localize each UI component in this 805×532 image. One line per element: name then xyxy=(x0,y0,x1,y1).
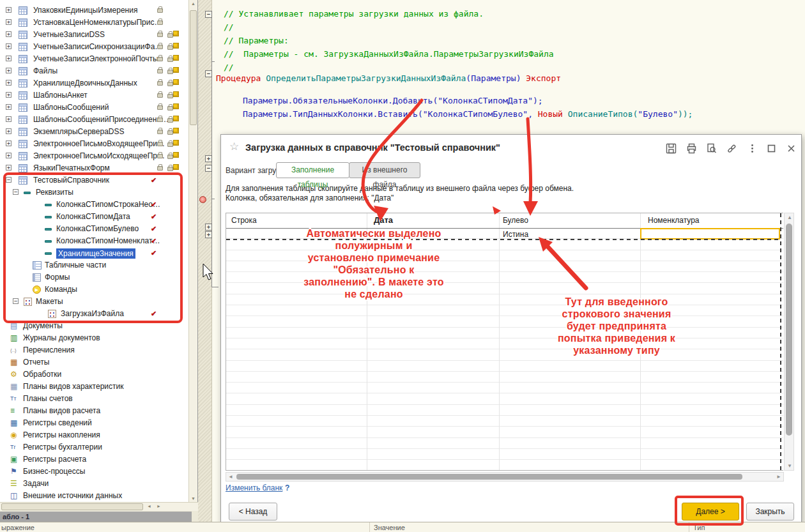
tree-item[interactable]: ▦Регистры сведений xyxy=(0,417,198,429)
table-row[interactable] xyxy=(226,449,783,460)
column-header[interactable]: Номенклатура xyxy=(648,216,700,225)
table-row[interactable] xyxy=(226,294,783,305)
tree-expander-icon[interactable]: + xyxy=(6,116,12,122)
tree-item[interactable]: +УстановкаЦенНоменклатурыПрис… xyxy=(0,17,198,29)
tree-vertical-scrollbar[interactable]: ▲ ▼ xyxy=(188,0,197,502)
tree-item[interactable]: +ЭкземплярыСервераDSS xyxy=(0,126,198,138)
tree-expander-icon[interactable]: + xyxy=(6,153,12,158)
tree-item[interactable]: ТтПланы счетов xyxy=(0,393,198,405)
preview-icon[interactable] xyxy=(706,143,717,155)
scrollbar-thumb[interactable] xyxy=(190,10,197,125)
scroll-right-icon[interactable]: ► xyxy=(157,504,161,508)
table-row[interactable] xyxy=(226,239,783,250)
tree-item[interactable]: ▥Журналы документов xyxy=(0,332,198,344)
tree-item[interactable]: ☰Задачи xyxy=(0,478,198,490)
table-row[interactable] xyxy=(226,394,783,405)
table-row[interactable] xyxy=(226,383,783,393)
table-vertical-scrollbar[interactable]: ▲ ▼ xyxy=(784,213,794,471)
tree-item[interactable]: ◉Регистры накопления xyxy=(0,429,198,441)
close-button[interactable]: Закрыть xyxy=(746,503,794,521)
table-row[interactable] xyxy=(226,272,783,283)
table-row[interactable] xyxy=(226,284,783,294)
table-row[interactable] xyxy=(226,261,783,272)
print-icon[interactable] xyxy=(686,143,698,155)
tree-item[interactable]: +УчетныеЗаписиDSS xyxy=(0,29,198,41)
tree-expander-icon[interactable]: + xyxy=(6,7,12,13)
tree-item[interactable]: ▦Отчеты xyxy=(0,356,198,369)
cell-value[interactable]: Истина xyxy=(503,230,528,239)
table-row[interactable] xyxy=(226,372,783,383)
favorite-star-icon[interactable]: ☆ xyxy=(229,140,239,153)
table-row[interactable] xyxy=(226,427,783,437)
selected-cell[interactable] xyxy=(640,228,780,239)
tree-expander-icon[interactable]: + xyxy=(6,43,12,49)
link-icon[interactable] xyxy=(726,143,738,155)
column-header[interactable]: Строка xyxy=(231,216,257,225)
help-icon[interactable]: ? xyxy=(285,483,289,492)
more-icon[interactable] xyxy=(747,143,758,155)
scroll-up-icon[interactable]: ▲ xyxy=(787,215,792,220)
scroll-up-icon[interactable]: ▲ xyxy=(189,1,197,6)
tree-item[interactable]: +ХранилищеДвоичныхДанных xyxy=(0,77,198,89)
tree-expander-icon[interactable]: + xyxy=(6,141,12,146)
table-row[interactable] xyxy=(226,328,783,338)
table-row[interactable] xyxy=(226,405,783,416)
tree-item[interactable]: +Файлы xyxy=(0,65,198,77)
tree-item[interactable]: ТгРегистры бухгалтерии xyxy=(0,441,198,453)
table-row[interactable] xyxy=(226,416,783,427)
tab-fill-table[interactable]: Заполнение таблицы xyxy=(276,162,349,178)
tree-item[interactable]: ≡Планы видов расчета xyxy=(0,405,198,417)
column-header[interactable]: Булево xyxy=(503,216,528,225)
tree-expander-icon[interactable]: + xyxy=(6,56,12,61)
tree-item[interactable]: ▣Регистры расчета xyxy=(0,453,198,466)
tree-item[interactable]: +УпаковкиЕдиницыИзмерения xyxy=(0,4,198,17)
tree-item[interactable]: +ЭлектронноеПисьмоИсходящееПр… xyxy=(0,150,198,162)
scroll-down-icon[interactable]: ▼ xyxy=(787,463,792,469)
scroll-left-icon[interactable]: ◄ xyxy=(228,474,233,480)
tree-expander-icon[interactable]: + xyxy=(6,92,12,98)
edit-form-link[interactable]: Изменить бланк xyxy=(226,483,282,492)
tree-item[interactable]: ▦Планы видов характеристик xyxy=(0,381,198,393)
scrollbar-thumb[interactable] xyxy=(1,503,143,510)
tree-item[interactable]: ⚑Бизнес-процессы xyxy=(0,466,198,478)
tree-item[interactable]: +УчетныеЗаписиСинхронизацииФа… xyxy=(0,41,198,53)
tree-item[interactable]: +УчетныеЗаписиЭлектроннойПочты xyxy=(0,53,198,65)
table-row[interactable] xyxy=(226,316,783,327)
table-row[interactable] xyxy=(226,250,783,261)
tree-expander-icon[interactable]: + xyxy=(6,19,12,25)
tree-item[interactable]: ⚙Обработки xyxy=(0,369,198,381)
table-row[interactable] xyxy=(226,305,783,316)
tree-expander-icon[interactable]: + xyxy=(6,80,12,86)
tree-item[interactable]: {..}Перечисления xyxy=(0,344,198,356)
tree-item[interactable]: +ШаблоныСообщенийПрисоединенн… xyxy=(0,114,198,126)
catalog-icon xyxy=(19,6,27,15)
maximize-icon[interactable] xyxy=(766,143,778,155)
tree-item[interactable]: ◫Внешние источники данных xyxy=(0,490,198,502)
tree-expander-icon[interactable]: + xyxy=(6,104,12,110)
tree-item[interactable]: +ЭлектронноеПисьмоВходящееПри… xyxy=(0,138,198,150)
scrollbar-thumb[interactable] xyxy=(786,224,792,436)
back-button[interactable]: < Назад xyxy=(229,503,277,521)
column-header[interactable]: Дата xyxy=(374,215,393,225)
table-row[interactable] xyxy=(226,338,783,349)
tab-from-external-file[interactable]: Из внешнего файла xyxy=(349,162,420,178)
tree-expander-icon[interactable]: + xyxy=(6,128,12,134)
table-row[interactable] xyxy=(226,460,783,471)
table-row[interactable] xyxy=(226,438,783,449)
scrollbar-thumb[interactable] xyxy=(236,474,742,480)
tree-item[interactable]: +ШаблоныАнкет xyxy=(0,89,198,102)
scroll-right-icon[interactable]: ► xyxy=(776,474,781,480)
table-horizontal-scrollbar[interactable]: ◄ ► xyxy=(226,472,784,482)
scroll-left-icon[interactable]: ◄ xyxy=(147,504,151,508)
tree-horizontal-scrollbar[interactable]: ◄ ► xyxy=(0,502,198,511)
tree-expander-icon[interactable]: + xyxy=(6,68,12,73)
table-row[interactable] xyxy=(226,361,783,372)
data-table[interactable]: СтрокаДатаБулевоНоменклатура Истина xyxy=(226,213,783,471)
tree-expander-icon[interactable]: + xyxy=(6,31,12,37)
tree-item[interactable]: +ШаблоныСообщений xyxy=(0,102,198,114)
tree-expander-icon[interactable]: + xyxy=(6,165,12,171)
table-row[interactable] xyxy=(226,349,783,360)
scroll-down-icon[interactable]: ▼ xyxy=(189,496,197,501)
close-icon[interactable] xyxy=(786,143,797,155)
save-icon[interactable] xyxy=(666,143,677,155)
